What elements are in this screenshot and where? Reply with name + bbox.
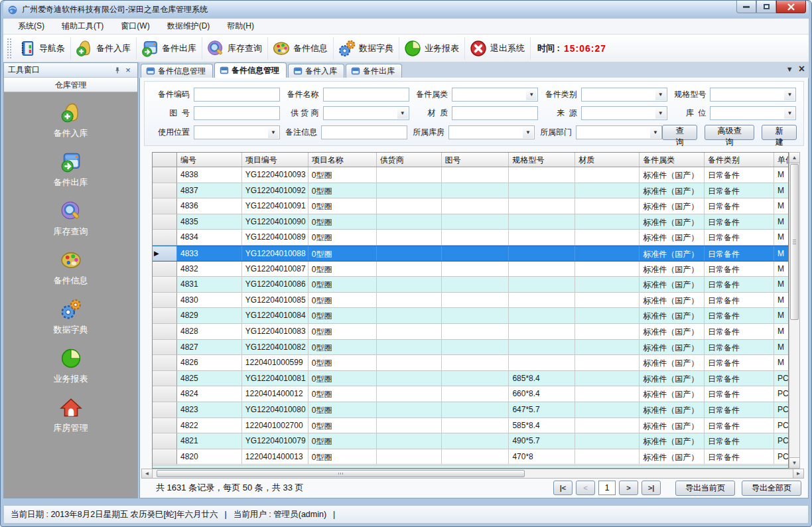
horizontal-scrollbar[interactable]: ◄ ► <box>141 469 804 479</box>
row-selector-cell[interactable]: ▶ <box>153 214 177 230</box>
query-button[interactable]: 查询 <box>662 125 697 140</box>
remark-input[interactable] <box>321 125 407 139</box>
tab-parts-info-management-2[interactable]: 备件信息管理 <box>214 62 287 78</box>
col-header-supplier[interactable]: 供货商 <box>377 153 442 167</box>
close-button[interactable] <box>776 1 806 13</box>
table-row[interactable]: ▶ 4825 YG12204010081 0型圈 685*8.4 标准件（ <box>153 371 788 387</box>
col-header-project-name[interactable]: 项目名称 <box>308 153 377 167</box>
export-all-pages-button[interactable]: 导出全部页 <box>742 481 801 496</box>
col-header-unit[interactable]: 单位 <box>774 153 788 167</box>
next-page-button[interactable]: > <box>619 481 638 495</box>
row-selector-cell[interactable]: ▶ <box>153 230 177 246</box>
spec-model-combo[interactable]: ▼ <box>710 88 796 102</box>
col-header-material[interactable]: 材质 <box>575 153 640 167</box>
horizontal-scroll-thumb[interactable] <box>157 470 525 477</box>
supplier-combo[interactable]: ▼ <box>323 106 409 120</box>
row-selector-cell[interactable]: ▶ <box>153 277 177 293</box>
table-row[interactable]: ▶ 4828 YG12204010083 0型圈 标准件（国产） <box>153 324 788 340</box>
sidebar-item-business-report[interactable]: 业务报表 <box>54 347 88 385</box>
row-selector-cell[interactable]: ▶ <box>153 371 177 387</box>
row-selector-cell[interactable]: ▶ <box>153 449 177 465</box>
part-code-input[interactable] <box>194 88 280 102</box>
sidebar-item-data-dictionary[interactable]: 数据字典 <box>54 298 88 336</box>
bin-location-combo[interactable]: ▼ <box>710 106 796 120</box>
menu-help[interactable]: 帮助(H) <box>219 19 262 34</box>
tab-parts-inbound[interactable]: 备件入库 <box>288 64 344 78</box>
row-selector-cell[interactable]: ▶ <box>153 262 177 277</box>
row-selector-cell[interactable]: ▶ <box>153 402 177 418</box>
toolbar-parts-inbound[interactable]: 备件入库 <box>71 37 137 60</box>
row-selector-cell[interactable]: ▶ <box>153 340 177 356</box>
col-header-category[interactable]: 备件属类 <box>640 153 705 167</box>
toolbar-nav-bar[interactable]: 导航条 <box>14 37 71 60</box>
table-row[interactable]: ▶ 4836 YG12204010091 0型圈 标准件（国产） <box>153 198 788 214</box>
row-selector-cell[interactable]: ▶ <box>153 308 177 324</box>
warehouse-combo[interactable]: ▼ <box>448 125 535 139</box>
scroll-right-icon[interactable]: ► <box>793 469 803 478</box>
table-row[interactable]: ▶ 4829 YG12204010084 0型圈 标准件（国产） <box>153 308 788 324</box>
col-header-drawing-no[interactable]: 图号 <box>442 153 509 167</box>
table-row[interactable]: ▶ 4835 YG12204010090 0型圈 标准件（国产） <box>153 214 788 230</box>
toolbar-exit-system[interactable]: 退出系统 <box>465 37 531 60</box>
first-page-button[interactable]: |< <box>553 481 573 495</box>
table-row[interactable]: ▶ 4824 1220401400012 0型圈 660*8.4 标准件（ <box>153 386 788 402</box>
part-category-combo[interactable]: ▼ <box>581 88 667 102</box>
table-row[interactable]: ▶ 4833 YG12204010088 0型圈 标准件（国产） <box>153 246 788 262</box>
row-selector-cell[interactable]: ▶ <box>153 246 177 261</box>
table-row[interactable]: ▶ 4822 1220401002700 0型圈 585*8.4 标准件（ <box>153 418 788 434</box>
row-selector-cell[interactable]: ▶ <box>153 433 177 449</box>
toolbar-business-report[interactable]: 业务报表 <box>399 37 465 60</box>
use-position-combo[interactable]: ▼ <box>194 125 280 139</box>
vertical-scrollbar[interactable]: ▲ ▼ <box>789 152 800 469</box>
table-row[interactable]: ▶ 4838 YG12204010093 0型圈 标准件（国产） <box>153 167 788 183</box>
part-attr-combo[interactable]: ▼ <box>452 88 538 102</box>
toolbar-parts-outbound[interactable]: 备件出库 <box>137 37 202 60</box>
col-header-spec[interactable]: 规格型号 <box>509 153 575 167</box>
export-current-page-button[interactable]: 导出当前页 <box>675 481 735 496</box>
last-page-button[interactable]: >| <box>642 481 661 495</box>
row-selector-cell[interactable]: ▶ <box>153 324 177 340</box>
restore-button[interactable] <box>756 1 776 13</box>
prev-page-button[interactable]: < <box>576 481 595 495</box>
sidebar-item-warehouse-management[interactable]: 库房管理 <box>54 396 88 434</box>
row-selector-cell[interactable]: ▶ <box>153 183 177 199</box>
part-name-input[interactable] <box>323 88 409 102</box>
scroll-up-icon[interactable]: ▲ <box>789 153 799 163</box>
menu-system[interactable]: 系统(S) <box>10 19 52 34</box>
toolbar-stock-query[interactable]: 库存查询 <box>202 37 268 60</box>
row-selector-cell[interactable]: ▶ <box>153 198 177 214</box>
vertical-scroll-thumb[interactable] <box>790 164 799 320</box>
page-input[interactable] <box>598 481 616 495</box>
row-selector-cell[interactable]: ▶ <box>153 355 177 371</box>
table-row[interactable]: ▶ 4821 YG12204010079 0型圈 490*5.7 标准件（ <box>153 433 788 449</box>
tab-close-icon[interactable]: × <box>799 64 805 74</box>
col-header-project-no[interactable]: 项目编号 <box>242 153 308 167</box>
drawing-no-input[interactable] <box>194 106 280 120</box>
sidebar-group-warehouse[interactable]: 仓库管理 <box>4 78 137 92</box>
table-row[interactable]: ▶ 4823 YG12204010080 0型圈 647*5.7 标准件（ <box>153 402 788 418</box>
sidebar-item-stock-query[interactable]: 库存查询 <box>54 200 88 238</box>
tab-list-icon[interactable]: ▼ <box>786 64 793 74</box>
row-selector-cell[interactable]: ▶ <box>153 386 177 402</box>
table-row[interactable]: ▶ 4820 1220401400013 0型圈 470*8 标准件（国产 <box>153 449 788 465</box>
col-header-type[interactable]: 备件类别 <box>705 153 774 167</box>
department-combo[interactable]: ▼ <box>576 125 662 139</box>
sidebar-item-parts-info[interactable]: 备件信息 <box>54 249 88 287</box>
col-header-id[interactable]: 编号 <box>177 153 242 167</box>
table-row[interactable]: ▶ 4832 YG12204010087 0型圈 标准件（国产） <box>153 262 788 277</box>
menu-window[interactable]: 窗口(W) <box>113 19 157 34</box>
table-row[interactable]: ▶ 4837 YG12204010092 0型圈 标准件（国产） <box>153 183 788 199</box>
minimize-button[interactable] <box>736 1 756 13</box>
row-selector-cell[interactable]: ▶ <box>153 293 177 309</box>
scroll-down-icon[interactable]: ▼ <box>789 457 799 468</box>
toolbar-parts-info[interactable]: 备件信息 <box>268 37 334 60</box>
toolbar-grip[interactable] <box>7 38 11 58</box>
table-row[interactable]: ▶ 4827 YG12204010082 0型圈 标准件（国产） <box>153 340 788 356</box>
new-button[interactable]: 新建 <box>762 125 797 140</box>
tab-parts-outbound[interactable]: 备件出库 <box>346 64 402 78</box>
material-input[interactable] <box>452 106 538 120</box>
source-combo[interactable]: ▼ <box>581 106 667 120</box>
menu-data-maintenance[interactable]: 数据维护(D) <box>159 19 218 34</box>
table-row[interactable]: ▶ 4831 YG12204010086 0型圈 标准件（国产） <box>153 277 788 293</box>
table-row[interactable]: ▶ 4826 1220401000599 0型圈 标准件（国产） <box>153 355 788 371</box>
